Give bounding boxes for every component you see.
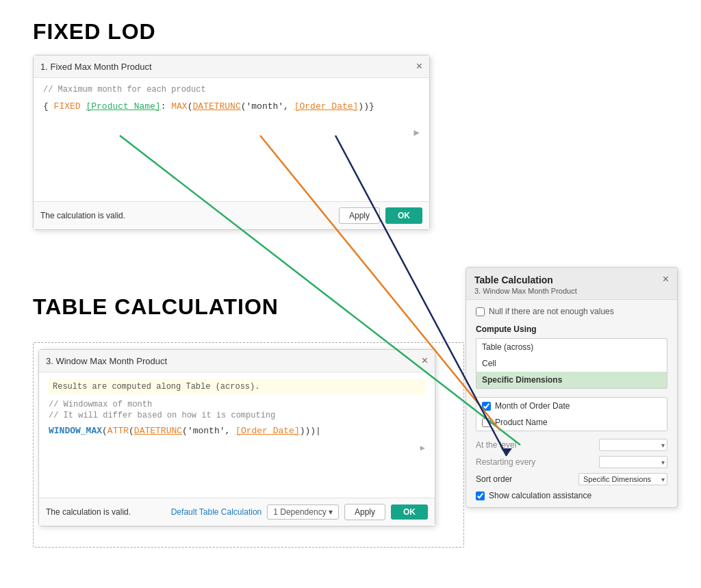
tc-dimension-month-label: Month of Order Date: [495, 401, 570, 411]
tc-restarting-select[interactable]: [599, 456, 667, 468]
tc-panel-close-button[interactable]: ×: [663, 273, 669, 285]
tc-null-checkbox[interactable]: [476, 307, 485, 316]
window-dialog-info: Results are computed along Table (across…: [49, 379, 425, 394]
tc-show-assistance-label: Show calculation assistance: [489, 491, 591, 500]
tc-show-assistance-row: Show calculation assistance: [476, 491, 667, 500]
window-valid-text: The calculation is valid.: [46, 507, 131, 517]
window-dialog: 3. Window Max Month Product × Results ar…: [38, 349, 435, 526]
fixed-lod-comment: // Maximum month for each product: [43, 85, 420, 94]
fixed-lod-dialog: 1. Fixed Max Month Product × // Maximum …: [33, 55, 430, 230]
tc-panel-subtitle: 3. Window Max Month Product: [474, 287, 577, 295]
tc-sort-row: Sort order Specific Dimensions: [476, 472, 667, 485]
table-calculation-heading: TABLE CALCULATION: [33, 294, 279, 320]
fixed-lod-heading: FIXED LOD: [33, 19, 156, 44]
tc-compute-list: Table (across) Cell Specific Dimensions: [476, 338, 667, 389]
window-dialog-body: Results are computed along Table (across…: [39, 372, 435, 498]
tc-dimension-product: Product Name: [476, 414, 667, 431]
fixed-lod-dialog-title: 1. Fixed Max Month Product: [40, 62, 152, 72]
table-calc-panel: Table Calculation 3. Window Max Month Pr…: [466, 267, 678, 508]
window-dialog-title: 3. Window Max Month Product: [46, 356, 167, 366]
tc-panel-body: Null if there are not enough values Comp…: [466, 300, 677, 507]
tc-dimension-month-checkbox[interactable]: [482, 402, 491, 411]
tc-sort-select[interactable]: Specific Dimensions: [578, 473, 667, 485]
default-table-calc-link[interactable]: Default Table Calculation: [171, 507, 262, 517]
tc-panel-title: Table Calculation: [474, 274, 577, 285]
tc-restarting-label: Restarting every: [476, 457, 535, 467]
fixed-lod-dialog-body: // Maximum month for each product { FIXE…: [34, 78, 429, 201]
dependency-button[interactable]: 1 Dependency ▾: [267, 504, 339, 520]
tc-compute-using-label: Compute Using: [476, 324, 667, 334]
fixed-lod-valid-text: The calculation is valid.: [40, 211, 125, 220]
window-dialog-footer: The calculation is valid. Default Table …: [39, 498, 435, 526]
tc-compute-item-table[interactable]: Table (across): [476, 339, 667, 355]
tc-compute-item-cell[interactable]: Cell: [476, 355, 667, 372]
tc-at-level-select[interactable]: [599, 439, 667, 451]
tc-dimension-month: Month of Order Date: [476, 398, 667, 414]
tc-show-assistance-checkbox[interactable]: [476, 491, 485, 500]
fixed-lod-apply-button[interactable]: Apply: [339, 207, 380, 224]
tc-dimension-product-checkbox[interactable]: [482, 418, 491, 427]
window-ok-button[interactable]: OK: [391, 504, 428, 520]
tc-compute-item-specific[interactable]: Specific Dimensions: [476, 372, 667, 388]
tc-null-label: Null if there are not enough values: [489, 307, 614, 316]
window-dialog-close-button[interactable]: ×: [422, 355, 428, 366]
fixed-lod-code: { FIXED [Product Name]: MAX(DATETRUNC('m…: [43, 101, 420, 112]
tc-at-level-row: At the level: [476, 438, 667, 451]
window-dialog-header: 3. Window Max Month Product ×: [39, 350, 435, 372]
window-comment2: // It will differ based on how it is com…: [49, 411, 425, 420]
tc-dimension-product-label: Product Name: [495, 418, 548, 427]
tc-at-level-label: At the level: [476, 440, 516, 450]
window-comment1: // Windowmax of month: [49, 400, 425, 409]
tc-null-row: Null if there are not enough values: [476, 307, 667, 316]
tc-panel-header: Table Calculation 3. Window Max Month Pr…: [466, 268, 677, 300]
tc-restarting-row: Restarting every: [476, 455, 667, 468]
tc-dimensions-box: Month of Order Date Product Name: [476, 397, 667, 431]
tc-sort-label: Sort order: [476, 474, 512, 484]
window-code: WINDOW_MAX(ATTR(DATETRUNC('month', [Orde…: [49, 426, 425, 436]
window-apply-button[interactable]: Apply: [344, 504, 385, 520]
fixed-lod-dialog-footer: The calculation is valid. Apply OK: [34, 201, 429, 229]
fixed-lod-ok-button[interactable]: OK: [385, 207, 422, 224]
fixed-lod-dialog-header: 1. Fixed Max Month Product ×: [34, 55, 429, 78]
fixed-lod-close-button[interactable]: ×: [416, 61, 422, 72]
